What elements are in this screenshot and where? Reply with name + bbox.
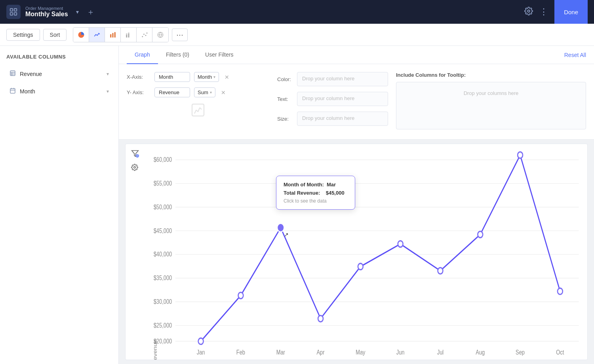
app-subtitle: Order Management	[25, 6, 68, 11]
svg-rect-0	[10, 9, 13, 11]
svg-rect-3	[14, 13, 17, 15]
x-axis-agg-value: Month	[198, 74, 212, 80]
svg-point-34	[134, 167, 136, 169]
app-logo	[6, 5, 21, 19]
data-point-apr[interactable]	[318, 315, 323, 322]
size-row: Size: Drop your column here	[277, 112, 388, 126]
chart-container: $60,000 $55,000 $50,000 $45,000 $40,000 …	[125, 144, 588, 360]
svg-rect-9	[126, 33, 127, 35]
svg-point-14	[145, 35, 146, 36]
chart-type-line[interactable]	[89, 28, 105, 42]
color-text-size-config: Color: Drop your column here Text: Drop …	[277, 72, 388, 131]
data-point-feb[interactable]	[238, 292, 244, 299]
y-axis-field-pill[interactable]: Revenue	[154, 87, 190, 97]
sort-button[interactable]: Sort	[43, 29, 67, 41]
y-axis-label: Y- Axis:	[127, 89, 150, 95]
chart-area: $60,000 $55,000 $50,000 $45,000 $40,000 …	[119, 140, 594, 364]
more-options-icon[interactable]: ⋮	[539, 7, 548, 17]
app-header: Order Management Monthly Sales ▾ ＋ ⋮ Don…	[0, 0, 594, 24]
chart-settings-button[interactable]	[131, 164, 138, 173]
data-point-jan[interactable]	[198, 338, 204, 345]
data-point-mar[interactable]	[277, 224, 284, 232]
svg-rect-10	[128, 34, 129, 38]
data-point-aug[interactable]	[478, 231, 483, 238]
data-point-may[interactable]	[358, 264, 363, 270]
text-drop-zone[interactable]: Drop your column here	[297, 92, 388, 106]
svg-text:Jan: Jan	[197, 349, 205, 356]
tab-filters[interactable]: Filters (0)	[158, 46, 197, 64]
svg-text:$30,000: $30,000	[154, 298, 172, 305]
data-point-sep[interactable]	[518, 152, 523, 158]
header-left: Order Management Monthly Sales ▾ ＋	[6, 5, 95, 19]
y-axis-agg-select[interactable]: Sum ▾	[194, 87, 215, 97]
chart-type-stacked-bar[interactable]	[121, 28, 137, 42]
data-point-jun[interactable]	[398, 241, 403, 247]
x-axis-agg-select[interactable]: Month ▾	[194, 72, 219, 82]
x-axis-close-button[interactable]: ✕	[225, 74, 229, 80]
more-chart-types-button[interactable]: ⋯	[172, 28, 188, 41]
svg-text:Mar: Mar	[276, 349, 285, 356]
header-chevron-icon[interactable]: ▾	[76, 9, 79, 15]
svg-rect-2	[10, 13, 13, 15]
svg-text:$60,000: $60,000	[154, 156, 172, 163]
svg-rect-1	[14, 9, 17, 11]
svg-text:Apr: Apr	[317, 349, 325, 356]
x-axis-field-value: Month	[159, 74, 173, 80]
svg-rect-25	[192, 104, 204, 116]
svg-rect-21	[10, 89, 15, 93]
y-axis-field-value: Revenue	[159, 89, 179, 95]
svg-rect-11	[128, 32, 129, 34]
settings-button[interactable]: Settings	[6, 29, 40, 41]
chart-type-pie[interactable]	[73, 28, 89, 42]
settings-icon[interactable]	[524, 7, 533, 17]
svg-rect-6	[112, 33, 113, 37]
svg-text:Aug: Aug	[476, 349, 485, 356]
svg-text:May: May	[356, 349, 366, 356]
reset-all-button[interactable]: Reset All	[564, 46, 586, 64]
x-axis-field-pill[interactable]: Month	[154, 72, 190, 82]
sidebar-item-revenue[interactable]: Revenue ▾	[6, 66, 112, 82]
svg-text:$45,000: $45,000	[154, 227, 172, 234]
color-drop-zone[interactable]: Drop your column here	[297, 72, 388, 86]
sidebar-item-month[interactable]: Month ▾	[6, 83, 112, 99]
chart-type-scatter[interactable]	[137, 28, 152, 42]
chart-type-bar[interactable]	[105, 28, 121, 42]
svg-text:Total Revenue: Total Revenue	[152, 339, 158, 360]
svg-text:Oct: Oct	[556, 349, 564, 356]
svg-text:$40,000: $40,000	[154, 251, 172, 258]
tab-graph[interactable]: Graph	[127, 46, 158, 64]
sidebar: Available Columns Revenue ▾ Month	[0, 46, 119, 364]
month-chevron-icon: ▾	[107, 89, 109, 94]
sidebar-item-revenue-label: Revenue	[20, 71, 42, 77]
svg-text:$35,000: $35,000	[154, 275, 172, 282]
svg-point-15	[146, 32, 147, 34]
revenue-chevron-icon: ▾	[107, 71, 109, 77]
axis-empty-icon	[127, 103, 269, 117]
color-row: Color: Drop your column here	[277, 72, 388, 86]
svg-line-29	[200, 108, 202, 110]
size-drop-zone[interactable]: Drop your column here	[297, 112, 388, 126]
done-button[interactable]: Done	[554, 0, 588, 24]
add-tab-button[interactable]: ＋	[87, 7, 95, 17]
svg-text:$50,000: $50,000	[154, 204, 172, 211]
tabs-bar: Graph Filters (0) User Filters Reset All	[119, 46, 594, 64]
x-axis-label: X-Axis:	[127, 74, 150, 80]
svg-rect-8	[126, 35, 127, 38]
svg-rect-17	[10, 71, 15, 76]
svg-point-4	[527, 10, 530, 12]
chart-filter-button[interactable]	[131, 150, 139, 159]
tooltip-config-title: Include Columns for Tooltip:	[396, 72, 586, 78]
data-point-oct[interactable]	[558, 288, 563, 294]
chart-type-map[interactable]	[152, 28, 168, 42]
tab-user-filters[interactable]: User Filters	[197, 46, 242, 64]
size-label: Size:	[277, 116, 293, 122]
header-title-group: Order Management Monthly Sales	[25, 6, 68, 18]
y-axis-close-button[interactable]: ✕	[221, 89, 226, 96]
y-axis-agg-value: Sum	[198, 89, 208, 95]
data-point-jul[interactable]	[438, 267, 443, 274]
header-right: ⋮ Done	[524, 0, 588, 24]
tooltip-drop-zone[interactable]: Drop your columns here	[396, 82, 586, 129]
content-area: Graph Filters (0) User Filters Reset All…	[119, 46, 594, 364]
axis-config: X-Axis: Month Month ▾ ✕ Y- Axis: Revenue	[127, 72, 269, 131]
chart-type-group	[73, 27, 169, 42]
